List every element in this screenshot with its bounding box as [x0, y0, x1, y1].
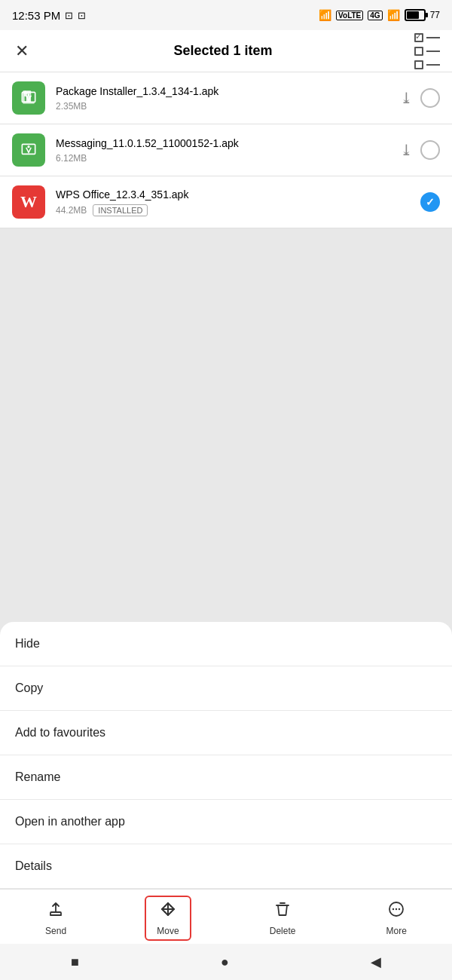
download-icon: ⤓ — [400, 141, 413, 159]
menu-item-rename[interactable]: Rename — [0, 755, 452, 800]
file-item[interactable]: Package Installer_1.3.4_134-1.apk 2.35MB… — [0, 72, 452, 124]
file-item[interactable]: W WPS Office_12.3.4_351.apk 44.2MB INSTA… — [0, 176, 452, 228]
battery-percent: 77 — [430, 10, 440, 20]
select-checkbox-selected[interactable] — [420, 192, 440, 212]
svg-point-8 — [396, 908, 397, 910]
top-bar: ✕ Selected 1 item — [0, 30, 452, 72]
signal-icon-2: ⊡ — [78, 10, 86, 21]
menu-item-copy[interactable]: Copy — [0, 666, 452, 711]
menu-item-add-favourites[interactable]: Add to favourites — [0, 711, 452, 755]
file-actions: ⤓ — [400, 88, 440, 108]
file-info: Messaging_11.0.1.52_11000152-1.apk 6.12M… — [56, 136, 389, 163]
file-item[interactable]: Messaging_11.0.1.52_11000152-1.apk 6.12M… — [0, 124, 452, 176]
more-label: More — [386, 926, 407, 936]
close-button[interactable]: ✕ — [12, 38, 32, 64]
battery-icon — [405, 9, 426, 21]
check-icon — [414, 47, 423, 56]
move-label: Move — [157, 926, 179, 936]
svg-point-7 — [392, 908, 394, 910]
more-button[interactable]: More — [374, 896, 419, 941]
file-name: Package Installer_1.3.4_134-1.apk — [56, 84, 389, 98]
file-name: WPS Office_12.3.4_351.apk — [56, 188, 410, 201]
line-icon — [426, 64, 440, 66]
file-icon-wps: W — [12, 185, 45, 219]
file-info: Package Installer_1.3.4_134-1.apk 2.35MB — [56, 84, 389, 111]
file-size: 2.35MB — [56, 101, 87, 112]
status-icons: 📶 VoLTE 4G 📶 77 — [319, 9, 440, 21]
send-icon — [47, 900, 65, 923]
file-size: 6.12MB — [56, 153, 87, 164]
select-all-button[interactable] — [414, 33, 440, 69]
move-button[interactable]: Move — [145, 896, 191, 941]
signal-bars-icon: 📶 — [387, 9, 400, 21]
file-meta: 2.35MB — [56, 101, 389, 112]
delete-icon — [273, 900, 292, 923]
line-icon — [426, 51, 440, 52]
nav-bar: ■ ● ◀ — [0, 944, 452, 980]
file-actions: ⤓ — [400, 140, 440, 160]
svg-point-9 — [399, 908, 400, 910]
context-menu-sheet: Hide Copy Add to favourites Rename Open … — [0, 622, 452, 980]
file-icon-apk — [12, 81, 45, 115]
file-list: Package Installer_1.3.4_134-1.apk 2.35MB… — [0, 72, 452, 228]
check-icon — [414, 33, 423, 42]
svg-rect-5 — [50, 912, 61, 915]
empty-space — [0, 228, 452, 379]
status-time: 12:53 PM — [12, 9, 60, 22]
file-meta: 6.12MB — [56, 153, 389, 164]
volte-icon: VoLTE — [336, 11, 363, 20]
status-bar: 12:53 PM ⊡ ⊡ 📶 VoLTE 4G 📶 77 — [0, 0, 452, 30]
lte-icon: 4G — [368, 11, 382, 20]
svg-point-2 — [27, 93, 29, 96]
nav-square-button[interactable]: ■ — [53, 948, 97, 976]
nav-circle-button[interactable]: ● — [203, 948, 247, 976]
file-actions — [420, 192, 440, 212]
download-icon: ⤓ — [400, 89, 413, 107]
file-size: 44.2MB — [56, 205, 87, 216]
send-label: Send — [45, 926, 66, 936]
file-info: WPS Office_12.3.4_351.apk 44.2MB INSTALL… — [56, 188, 410, 216]
menu-item-details[interactable]: Details — [0, 844, 452, 889]
svg-point-4 — [27, 145, 29, 148]
more-icon — [387, 900, 405, 923]
menu-item-open-another-app[interactable]: Open in another app — [0, 800, 452, 844]
file-meta: 44.2MB INSTALLED — [56, 204, 410, 216]
wifi-icon: 📶 — [319, 9, 331, 21]
move-icon — [159, 900, 177, 923]
check-icon — [414, 60, 423, 69]
bottom-toolbar: Send Move — [0, 889, 452, 944]
file-name: Messaging_11.0.1.52_11000152-1.apk — [56, 136, 389, 150]
menu-item-hide[interactable]: Hide — [0, 622, 452, 666]
file-icon-apk — [12, 133, 45, 167]
delete-button[interactable]: Delete — [258, 896, 308, 941]
line-icon — [426, 37, 440, 38]
nav-back-button[interactable]: ◀ — [353, 948, 399, 976]
select-checkbox[interactable] — [420, 140, 440, 160]
delete-label: Delete — [270, 926, 296, 936]
installed-badge: INSTALLED — [93, 204, 148, 216]
signal-icon-1: ⊡ — [65, 10, 73, 21]
page-title: Selected 1 item — [173, 43, 272, 59]
select-checkbox[interactable] — [420, 88, 440, 108]
send-button[interactable]: Send — [33, 896, 78, 941]
